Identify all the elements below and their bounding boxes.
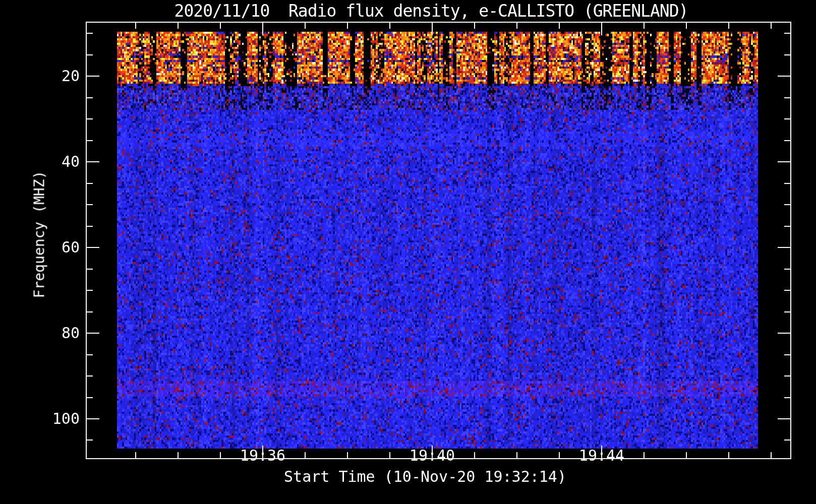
x-tick-label: 19:44 xyxy=(570,448,633,464)
spectrogram-figure: 2020/11/10 Radio flux density, e-CALLIST… xyxy=(0,0,816,504)
x-tick-label: 19:40 xyxy=(401,448,463,464)
axes-frame xyxy=(0,0,816,504)
y-tick-label: 40 xyxy=(23,154,80,170)
y-tick-label: 60 xyxy=(23,239,80,256)
y-axis-title: Frequency (MHZ) xyxy=(31,171,48,298)
y-tick-label: 20 xyxy=(23,68,80,84)
x-axis-title: Start Time (10-Nov-20 19:32:14) xyxy=(284,468,566,485)
y-tick-label: 80 xyxy=(23,325,80,341)
x-tick-label: 19:36 xyxy=(231,448,294,464)
y-tick-label: 100 xyxy=(23,411,80,427)
chart-title: 2020/11/10 Radio flux density, e-CALLIST… xyxy=(174,1,688,21)
